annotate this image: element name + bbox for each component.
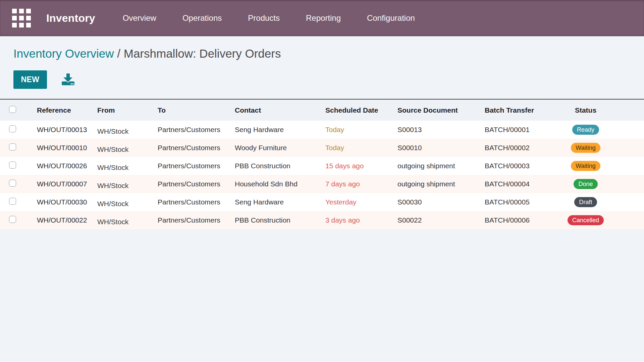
cell-source-document: outgoing shipment bbox=[391, 180, 478, 188]
column-header-to[interactable]: To bbox=[151, 106, 228, 114]
row-checkbox[interactable] bbox=[9, 125, 16, 132]
cell-scheduled-date: 3 days ago bbox=[319, 216, 391, 224]
table-row[interactable]: WH/OUT/00013 WH/Stock Partners/Customers… bbox=[0, 121, 644, 139]
cell-from: WH/Stock bbox=[91, 162, 151, 170]
app-title: Inventory bbox=[46, 12, 95, 24]
row-checkbox[interactable] bbox=[9, 198, 16, 205]
table-row[interactable]: WH/OUT/00007 WH/Stock Partners/Customers… bbox=[0, 175, 644, 193]
main-menu: OverviewOperationsProductsReportingConfi… bbox=[123, 13, 415, 23]
cell-contact: Woody Furniture bbox=[228, 144, 319, 152]
status-badge: Ready bbox=[572, 125, 599, 135]
cell-reference: WH/OUT/00030 bbox=[30, 198, 91, 206]
cell-reference: WH/OUT/00013 bbox=[30, 126, 91, 134]
cell-from: WH/Stock bbox=[91, 144, 151, 152]
cell-source-document: outgoing shipment bbox=[391, 162, 478, 170]
cell-batch-transfer: BATCH/00003 bbox=[478, 162, 550, 170]
cell-reference: WH/OUT/00026 bbox=[30, 162, 91, 170]
breadcrumb: Inventory Overview / Marshmallow: Delive… bbox=[13, 46, 644, 62]
cell-reference: WH/OUT/00022 bbox=[30, 216, 91, 224]
cell-contact: Seng Hardware bbox=[228, 198, 319, 206]
table-body: WH/OUT/00013 WH/Stock Partners/Customers… bbox=[0, 121, 644, 229]
top-navbar: Inventory OverviewOperationsProductsRepo… bbox=[0, 0, 644, 36]
cell-batch-transfer: BATCH/00004 bbox=[478, 180, 550, 188]
menu-item-products[interactable]: Products bbox=[248, 13, 280, 23]
cell-contact: Household Sdn Bhd bbox=[228, 180, 319, 188]
cell-contact: PBB Construction bbox=[228, 162, 319, 170]
cell-scheduled-date: 7 days ago bbox=[319, 180, 391, 188]
cell-from: WH/Stock bbox=[91, 216, 151, 224]
cell-to: Partners/Customers bbox=[151, 162, 228, 170]
control-panel: NEW bbox=[13, 70, 644, 89]
delivery-orders-table: Reference From To Contact Scheduled Date… bbox=[0, 99, 644, 229]
download-icon[interactable] bbox=[61, 72, 75, 86]
cell-from: WH/Stock bbox=[91, 180, 151, 188]
table-row[interactable]: WH/OUT/00010 WH/Stock Partners/Customers… bbox=[0, 139, 644, 157]
cell-scheduled-date: 15 days ago bbox=[319, 162, 391, 170]
status-badge: Draft bbox=[574, 197, 597, 207]
table-row[interactable]: WH/OUT/00022 WH/Stock Partners/Customers… bbox=[0, 211, 644, 229]
cell-reference: WH/OUT/00007 bbox=[30, 180, 91, 188]
status-badge: Done bbox=[574, 179, 597, 189]
column-header-contact[interactable]: Contact bbox=[228, 106, 319, 114]
cell-to: Partners/Customers bbox=[151, 216, 228, 224]
breadcrumb-link[interactable]: Inventory Overview bbox=[13, 47, 114, 60]
cell-to: Partners/Customers bbox=[151, 180, 228, 188]
table-header-row: Reference From To Contact Scheduled Date… bbox=[0, 99, 644, 121]
column-header-batch-transfer[interactable]: Batch Transfer bbox=[478, 106, 550, 114]
column-header-status[interactable]: Status bbox=[550, 106, 621, 114]
status-badge: Waiting bbox=[571, 143, 600, 153]
table-row[interactable]: WH/OUT/00030 WH/Stock Partners/Customers… bbox=[0, 193, 644, 211]
column-header-reference[interactable]: Reference bbox=[30, 106, 91, 114]
cell-batch-transfer: BATCH/00006 bbox=[478, 216, 550, 224]
apps-grid-icon[interactable] bbox=[12, 9, 31, 27]
menu-item-configuration[interactable]: Configuration bbox=[367, 13, 415, 23]
cell-batch-transfer: BATCH/00005 bbox=[478, 198, 550, 206]
cell-to: Partners/Customers bbox=[151, 126, 228, 134]
cell-scheduled-date: Yesterday bbox=[319, 198, 391, 206]
menu-item-operations[interactable]: Operations bbox=[182, 13, 222, 23]
cell-to: Partners/Customers bbox=[151, 144, 228, 152]
status-badge: Cancelled bbox=[568, 215, 604, 225]
cell-source-document: S00010 bbox=[391, 144, 478, 152]
column-header-source-document[interactable]: Source Document bbox=[391, 106, 478, 114]
row-checkbox[interactable] bbox=[9, 180, 16, 187]
cell-reference: WH/OUT/00010 bbox=[30, 144, 91, 152]
row-checkbox[interactable] bbox=[9, 143, 16, 150]
select-all-checkbox[interactable] bbox=[9, 106, 16, 113]
table-row[interactable]: WH/OUT/00026 WH/Stock Partners/Customers… bbox=[0, 157, 644, 175]
cell-scheduled-date: Today bbox=[319, 126, 391, 134]
breadcrumb-separator: / bbox=[114, 47, 124, 60]
cell-to: Partners/Customers bbox=[151, 198, 228, 206]
page-title: Marshmallow: Delivery Orders bbox=[124, 47, 281, 60]
new-button[interactable]: NEW bbox=[13, 70, 47, 89]
cell-batch-transfer: BATCH/00002 bbox=[478, 144, 550, 152]
cell-batch-transfer: BATCH/00001 bbox=[478, 126, 550, 134]
menu-item-overview[interactable]: Overview bbox=[123, 13, 156, 23]
cell-source-document: S00013 bbox=[391, 126, 478, 134]
cell-contact: PBB Construction bbox=[228, 216, 319, 224]
status-badge: Waiting bbox=[571, 161, 600, 171]
cell-source-document: S00022 bbox=[391, 216, 478, 224]
cell-from: WH/Stock bbox=[91, 198, 151, 206]
cell-scheduled-date: Today bbox=[319, 144, 391, 152]
column-header-from[interactable]: From bbox=[91, 106, 151, 114]
row-checkbox[interactable] bbox=[9, 216, 16, 223]
cell-source-document: S00030 bbox=[391, 198, 478, 206]
cell-from: WH/Stock bbox=[91, 126, 151, 134]
row-checkbox[interactable] bbox=[9, 162, 16, 169]
menu-item-reporting[interactable]: Reporting bbox=[306, 13, 341, 23]
cell-contact: Seng Hardware bbox=[228, 126, 319, 134]
column-header-scheduled-date[interactable]: Scheduled Date bbox=[319, 106, 391, 114]
